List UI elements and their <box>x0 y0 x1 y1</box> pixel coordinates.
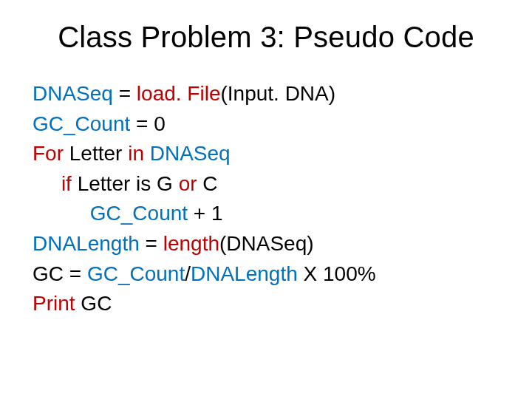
text: Letter is G <box>78 172 179 195</box>
code-line-6: DNALength = length(DNASeq) <box>33 229 499 259</box>
text: X 100% <box>298 262 376 285</box>
code-line-5: GC_Count + 1 <box>33 199 499 229</box>
code-line-7: GC = GC_Count/DNALength X 100% <box>33 259 499 290</box>
kw-print: Print <box>33 292 75 315</box>
text: (Input. DNA) <box>220 82 335 105</box>
code-line-1: DNASeq = load. File(Input. DNA) <box>33 79 499 109</box>
slide-title: Class Problem 3: Pseudo Code <box>33 21 499 54</box>
var-dnaseq: DNASeq <box>33 82 113 105</box>
text: = 0 <box>130 112 165 135</box>
code-line-8: Print GC <box>33 289 499 319</box>
pseudocode-block: DNASeq = load. File(Input. DNA) GC_Count… <box>33 79 499 319</box>
text: = <box>140 232 163 255</box>
var-gccount: GC_Count <box>33 112 130 135</box>
var-gccount: GC_Count <box>87 262 185 285</box>
kw-if: if <box>33 172 78 195</box>
text: / <box>185 262 191 285</box>
text: = <box>113 82 137 105</box>
fn-loadfile: load. File <box>137 82 221 105</box>
text: GC = <box>33 262 87 285</box>
var-dnalength: DNALength <box>33 232 140 255</box>
fn-length: length <box>163 232 219 255</box>
kw-or: or <box>179 172 203 195</box>
code-line-2: GC_Count = 0 <box>33 109 499 140</box>
slide: Class Problem 3: Pseudo Code DNASeq = lo… <box>0 0 532 399</box>
text: C <box>202 172 217 195</box>
var-gccount: GC_Count <box>33 202 188 225</box>
kw-for: For <box>33 142 69 165</box>
text: (DNASeq) <box>219 232 314 255</box>
kw-in: in <box>128 142 150 165</box>
code-line-4: if Letter is G or C <box>33 169 499 200</box>
var-letter: Letter <box>69 142 128 165</box>
code-line-3: For Letter in DNASeq <box>33 139 499 169</box>
var-dnalength: DNALength <box>191 262 298 285</box>
text: + 1 <box>188 202 222 225</box>
var-dnaseq: DNASeq <box>150 142 231 165</box>
text: GC <box>75 292 112 315</box>
